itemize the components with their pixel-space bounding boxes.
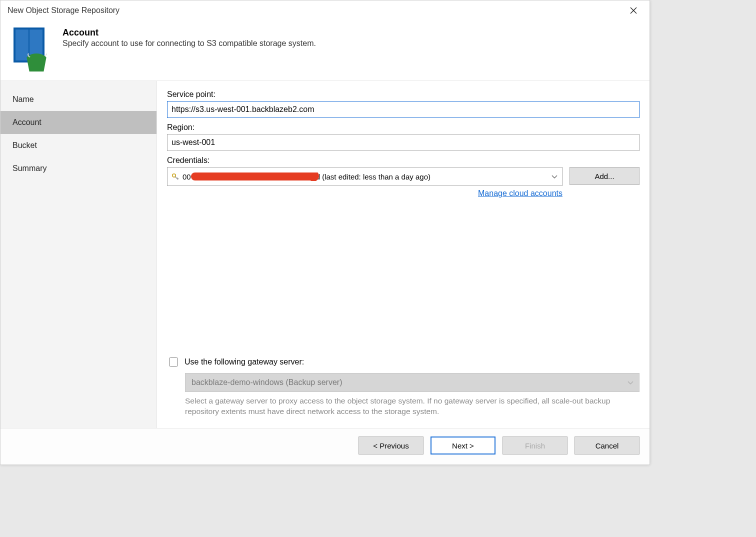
wizard-body: Name Account Bucket Summary Service poin… xyxy=(0,81,650,428)
header-subtext: Specify account to use for connecting to… xyxy=(62,39,316,48)
finish-button: Finish xyxy=(502,436,568,454)
titlebar: New Object Storage Repository xyxy=(0,0,650,20)
manage-cloud-accounts-link[interactable]: Manage cloud accounts xyxy=(478,189,562,198)
wizard-footer: < Previous Next > Finish Cancel xyxy=(0,428,650,464)
credentials-suffix: d (last edited: less than a day ago) xyxy=(316,172,430,181)
service-point-input[interactable] xyxy=(167,101,640,118)
gateway-checkbox-row[interactable]: Use the following gateway server: xyxy=(167,356,640,368)
service-point-label: Service point: xyxy=(167,90,640,99)
dialog-new-object-storage-repository: New Object Storage Repository Account Sp… xyxy=(0,0,650,465)
gateway-server-value: backblaze-demo-windows (Backup server) xyxy=(192,378,342,387)
credentials-prefix: 00 xyxy=(182,172,191,181)
close-icon xyxy=(630,7,637,14)
gateway-checkbox[interactable] xyxy=(169,358,178,366)
credentials-value: 00 d (last edited: less than a day ago) xyxy=(182,172,548,181)
credentials-dropdown[interactable]: 00 d (last edited: less than a day ago) xyxy=(167,167,562,186)
region-input[interactable] xyxy=(167,134,640,151)
next-button[interactable]: Next > xyxy=(430,436,496,454)
header-heading: Account xyxy=(62,28,316,38)
previous-button[interactable]: < Previous xyxy=(358,436,424,454)
wizard-steps-sidebar: Name Account Bucket Summary xyxy=(0,81,157,428)
credentials-label: Credentials: xyxy=(167,156,640,165)
gateway-server-select: backblaze-demo-windows (Backup server) xyxy=(185,373,640,392)
header-text: Account Specify account to use for conne… xyxy=(62,28,316,48)
redacted-credential xyxy=(191,172,316,180)
sidebar-item-bucket[interactable]: Bucket xyxy=(0,134,156,157)
sidebar-item-name[interactable]: Name xyxy=(0,88,156,111)
close-button[interactable] xyxy=(624,3,642,18)
chevron-down-icon xyxy=(551,173,558,180)
storage-bucket-icon xyxy=(10,28,50,72)
cancel-button[interactable]: Cancel xyxy=(574,436,640,454)
wizard-content: Service point: Region: Credentials: 00 d… xyxy=(157,81,650,428)
sidebar-item-summary[interactable]: Summary xyxy=(0,157,156,180)
region-label: Region: xyxy=(167,123,640,132)
wizard-header: Account Specify account to use for conne… xyxy=(0,20,650,81)
add-credentials-button[interactable]: Add... xyxy=(570,167,640,185)
key-icon xyxy=(172,172,180,180)
sidebar-item-account[interactable]: Account xyxy=(0,111,156,134)
gateway-checkbox-label: Use the following gateway server: xyxy=(184,358,304,366)
gateway-help-text: Select a gateway server to proxy access … xyxy=(185,396,640,417)
window-title: New Object Storage Repository xyxy=(8,6,624,15)
chevron-down-icon xyxy=(627,379,634,386)
gateway-server-block: Use the following gateway server: backbl… xyxy=(167,356,640,428)
